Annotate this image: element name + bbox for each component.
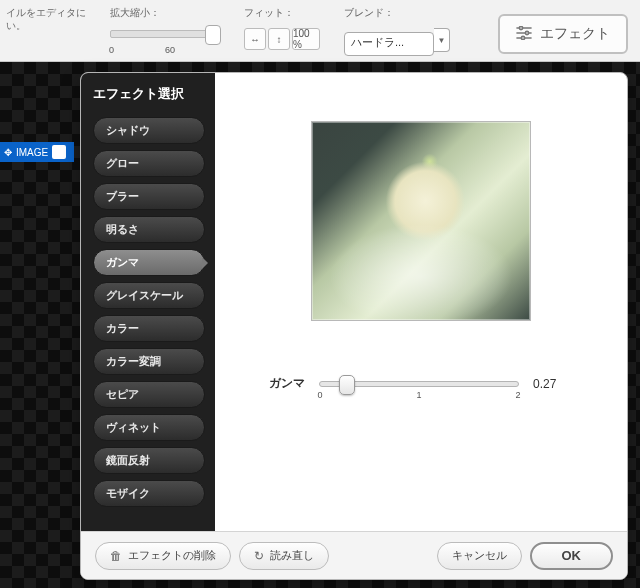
gamma-slider-thumb[interactable] [339, 375, 355, 395]
effect-item-7[interactable]: カラー変調 [93, 348, 205, 375]
cancel-button[interactable]: キャンセル [437, 542, 522, 570]
blend-label: ブレンド： [344, 6, 450, 20]
fit-100-button[interactable]: 100 % [292, 28, 320, 50]
dialog-footer: 🗑 エフェクトの削除 ↻ 読み直し キャンセル OK [81, 531, 627, 579]
effect-panel: ガンマ 0 1 2 0.27 [215, 73, 627, 531]
ok-label: OK [562, 548, 582, 563]
fit-vertical-button[interactable]: ↕ [268, 28, 290, 50]
svg-point-5 [521, 36, 524, 39]
cancel-label: キャンセル [452, 548, 507, 563]
effect-item-1[interactable]: グロー [93, 150, 205, 177]
top-toolbar: イルをエディタに い。 拡大縮小： 0 60 フィット： ↔ ↕ 100 % ブ… [0, 0, 640, 62]
gamma-value: 0.27 [533, 377, 573, 391]
gamma-control-row: ガンマ 0 1 2 0.27 [235, 375, 607, 392]
reload-button[interactable]: ↻ 読み直し [239, 542, 329, 570]
fit-horizontal-button[interactable]: ↔ [244, 28, 266, 50]
gamma-tick-max: 2 [515, 390, 520, 400]
effect-button[interactable]: エフェクト [498, 14, 628, 54]
gamma-label: ガンマ [269, 375, 305, 392]
effect-button-label: エフェクト [540, 25, 610, 43]
svg-point-3 [525, 31, 528, 34]
fit-section: フィット： ↔ ↕ 100 % [244, 6, 320, 50]
effect-item-8[interactable]: セピア [93, 381, 205, 408]
sliders-icon [516, 26, 532, 43]
effect-item-5[interactable]: グレイスケール [93, 282, 205, 309]
preview-image [311, 121, 531, 321]
pencil-icon[interactable] [52, 145, 66, 159]
zoom-value: 60 [165, 45, 175, 55]
svg-point-1 [519, 26, 522, 29]
effect-item-10[interactable]: 鏡面反射 [93, 447, 205, 474]
fit-label: フィット： [244, 6, 320, 20]
zoom-section: 拡大縮小： 0 60 [110, 6, 220, 38]
ok-button[interactable]: OK [530, 542, 614, 570]
reload-icon: ↻ [254, 549, 264, 563]
zoom-slider-thumb[interactable] [205, 25, 221, 45]
blend-section: ブレンド： ハードラ... ▼ [344, 6, 450, 56]
effect-item-3[interactable]: 明るさ [93, 216, 205, 243]
delete-effect-label: エフェクトの削除 [128, 548, 216, 563]
effect-item-2[interactable]: ブラー [93, 183, 205, 210]
zoom-label: 拡大縮小： [110, 6, 220, 20]
gamma-slider[interactable]: 0 1 2 [319, 381, 519, 387]
zoom-slider[interactable]: 0 60 [110, 30, 220, 38]
effect-item-11[interactable]: モザイク [93, 480, 205, 507]
effect-item-9[interactable]: ヴィネット [93, 414, 205, 441]
trash-icon: 🗑 [110, 549, 122, 563]
intro-text: イルをエディタに い。 [6, 6, 86, 32]
effect-list[interactable]: シャドウグローブラー明るさガンマグレイスケールカラーカラー変調セピアヴィネット鏡… [93, 117, 215, 507]
move-icon: ✥ [4, 147, 12, 158]
reload-label: 読み直し [270, 548, 314, 563]
gamma-tick-mid: 1 [416, 390, 421, 400]
gamma-tick-min: 0 [317, 390, 322, 400]
effect-item-4[interactable]: ガンマ [93, 249, 205, 276]
effect-item-6[interactable]: カラー [93, 315, 205, 342]
blend-select[interactable]: ハードラ... [344, 32, 434, 56]
dialog-title: エフェクト選択 [93, 85, 215, 103]
delete-effect-button[interactable]: 🗑 エフェクトの削除 [95, 542, 231, 570]
effect-item-0[interactable]: シャドウ [93, 117, 205, 144]
image-tag-label: IMAGE [16, 147, 48, 158]
effect-dialog: エフェクト選択 シャドウグローブラー明るさガンマグレイスケールカラーカラー変調セ… [80, 72, 628, 580]
effect-sidebar: エフェクト選択 シャドウグローブラー明るさガンマグレイスケールカラーカラー変調セ… [81, 73, 215, 531]
zoom-min: 0 [109, 45, 114, 55]
chevron-down-icon[interactable]: ▼ [434, 28, 450, 52]
image-tag[interactable]: ✥ IMAGE [0, 142, 74, 162]
